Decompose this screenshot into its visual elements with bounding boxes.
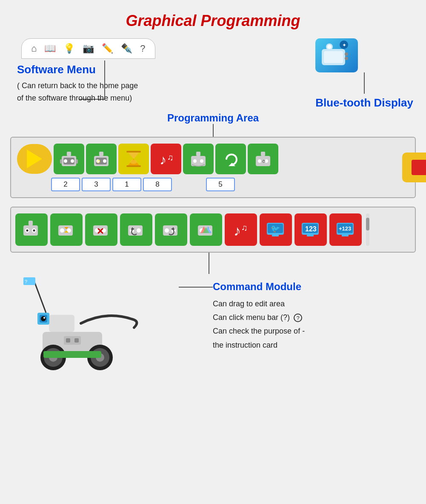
num-box-8[interactable]: 8 [143,178,172,191]
scrollbar-indicator[interactable] [366,213,369,246]
stop-button[interactable] [402,153,426,182]
svg-rect-24 [126,151,141,153]
command-module-label: Command Module [213,281,305,293]
timer1-icon: ⏱ [91,148,112,170]
bulb-icon[interactable]: 💡 [63,43,75,54]
bottom-section: ? Command Module Can drag to edit area [0,265,426,392]
svg-rect-80 [307,235,314,236]
svg-text:+123: +123 [339,225,351,232]
cmd-blocks-row: ♪ ♫ 🐦 123 [15,213,411,246]
svg-point-59 [137,228,141,233]
num-box-2[interactable]: 2 [51,178,80,191]
svg-point-44 [33,230,35,232]
cmd-block-palette[interactable] [190,213,222,246]
book-icon[interactable]: 📖 [44,43,56,54]
svg-rect-103 [74,338,79,343]
undo-icon [125,218,148,241]
page-title: Graphical Programming [0,0,426,38]
screen-icon: 🐦 [264,218,288,241]
software-menu-desc1: ( Can return back to the home page [17,80,413,92]
robot2-icon [188,148,209,170]
robot-image-area: ? [9,272,170,385]
software-menu-desc2: of the software through the menu) [17,92,413,104]
svg-line-91 [34,281,46,313]
svg-rect-102 [66,338,70,343]
cmd-block-cross[interactable] [85,213,117,246]
command-desc1: Can drag to edit area [213,297,305,311]
cmd-block-add-numbers[interactable]: +123 [329,213,362,246]
cmd-block-robot-eye[interactable] [15,213,48,246]
svg-text:♫: ♫ [241,223,248,232]
svg-point-3 [327,45,332,49]
robot-svg: ? [9,272,145,383]
svg-text:⏱: ⏱ [262,159,266,164]
robot1-icon [58,148,80,170]
svg-rect-86 [49,315,74,332]
block-hourglass1[interactable] [118,144,149,174]
cmd-block-numbers[interactable]: 123 [294,213,327,246]
menu-bar-container: ⌂ 📖 💡 📷 ✏️ ✒️ ? [21,38,155,59]
block-timer2[interactable]: ⏱ [248,144,278,174]
num-box-5[interactable]: 5 [206,178,235,191]
block-robot2[interactable] [183,144,214,174]
block-refresh1[interactable] [215,144,246,174]
svg-rect-38 [261,152,265,156]
svg-point-36 [258,159,261,163]
num-box-1[interactable]: 1 [112,178,141,191]
svg-point-26 [130,160,137,164]
command-annotation: Command Module Can drag to edit area Can… [179,272,417,352]
stop-square-icon [412,160,426,175]
cmd-block-hourglass2[interactable] [50,213,83,246]
pencil-icon[interactable]: ✒️ [121,43,132,54]
svg-rect-13 [60,159,62,164]
palette-icon [194,218,218,241]
hourglass1-icon [123,148,144,170]
svg-point-19 [103,159,106,163]
block-timer1[interactable]: ⏱ [86,144,117,174]
hourglass2-icon [55,218,78,241]
home-icon[interactable]: ⌂ [31,43,37,54]
svg-point-11 [71,159,74,163]
music1-icon: ♪ ♫ [155,148,177,170]
svg-text:?: ? [25,279,27,284]
robot-eye-icon [20,218,43,241]
numbers-icon: 123 [299,218,323,241]
svg-text:✦: ✦ [342,42,346,48]
svg-text:123: 123 [305,225,317,233]
cmd-block-redo[interactable] [155,213,187,246]
timer2-icon: ⏱ [252,148,274,170]
svg-point-90 [43,317,45,319]
menu-bar[interactable]: ⌂ 📖 💡 📷 ✏️ ✒️ ? [21,38,155,59]
svg-point-48 [60,228,64,233]
cmd-block-undo[interactable] [120,213,152,246]
svg-point-89 [41,316,46,321]
command-desc2: Can click menu bar (?) ? [213,311,305,324]
camera-icon[interactable]: 📷 [83,43,94,54]
music2-icon: ♪ ♫ [229,218,253,241]
block-robot1[interactable] [54,144,84,174]
pen-icon[interactable]: ✏️ [102,43,113,54]
svg-text:♫: ♫ [167,153,174,162]
redo-icon [160,218,183,241]
cmd-block-screen[interactable]: 🐦 [260,213,292,246]
svg-point-30 [193,159,197,163]
cmd-block-music2[interactable]: ♪ ♫ [225,213,257,246]
help-circle-icon: ? [294,314,302,322]
command-module-box: ♪ ♫ 🐦 123 [10,207,416,253]
svg-point-43 [26,230,28,232]
software-menu-label: Software Menu [17,63,413,76]
play-block[interactable] [17,144,52,174]
programming-area-label: Programming Area [0,112,426,124]
svg-text:♪: ♪ [234,222,241,239]
cross-icon [90,218,113,241]
svg-rect-25 [126,165,141,167]
num-box-3[interactable]: 3 [82,178,111,191]
block-music1[interactable]: ♪ ♫ [151,144,181,174]
command-desc3: Can check the purpose of - [213,324,305,338]
svg-text:⏱: ⏱ [97,159,101,164]
play-arrow-icon [27,150,42,168]
refresh1-icon [220,148,241,170]
help-icon[interactable]: ? [140,43,145,54]
svg-rect-20 [99,152,103,156]
number-inputs-row: 2 3 1 8 5 [17,178,409,191]
